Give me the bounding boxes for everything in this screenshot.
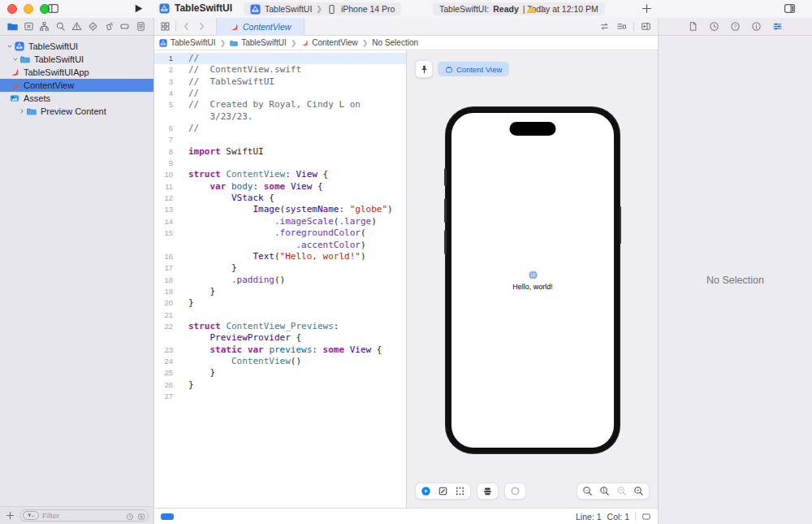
debug-navigator-icon[interactable]	[104, 21, 114, 32]
breadcrumb-item-contentview[interactable]: ContentView	[300, 38, 358, 47]
zoom-100-button[interactable]: 1	[599, 486, 610, 497]
code-line-26[interactable]: 26}	[154, 379, 406, 391]
toggle-right-inspector-button[interactable]	[784, 2, 796, 15]
svg-text:=: =	[620, 488, 622, 493]
pin-icon	[419, 63, 430, 75]
filter-input[interactable]: Filter	[19, 509, 149, 522]
code-line-9[interactable]: 9	[154, 158, 406, 169]
sidebar-item-preview-content[interactable]: Preview Content	[0, 105, 153, 118]
a-circle-icon	[751, 21, 762, 32]
history-inspector-tab[interactable]	[709, 21, 719, 32]
tab-contentview[interactable]: ContentView	[216, 18, 304, 36]
code-line-1[interactable]: 1//	[154, 53, 406, 64]
activity-status[interactable]: TableSwiftUI: Ready | Today at 12:10 PM	[433, 2, 605, 15]
code-line-17[interactable]: 17 }	[154, 262, 406, 274]
code-line-16[interactable]: 16 Text("Hello, world!")	[154, 251, 406, 262]
code-line-4[interactable]: 4//	[154, 88, 406, 99]
code-line-23[interactable]: 23 static var previews: some View {	[154, 344, 406, 356]
code-text: PreviewProvider {	[179, 332, 301, 344]
code-line-20[interactable]: 20}	[154, 297, 406, 309]
code-line-18[interactable]: 18 .padding()	[154, 275, 406, 286]
code-line-wrap[interactable]: 3/23/23.	[154, 111, 406, 123]
adjust-editor-options-button[interactable]	[616, 21, 627, 32]
code-line-24[interactable]: 24 ContentView()	[154, 356, 406, 367]
variants-mode-button[interactable]	[455, 486, 465, 497]
forward-button[interactable]	[197, 21, 207, 32]
add-editor-button[interactable]	[641, 21, 651, 32]
editor-status-indicator[interactable]	[161, 513, 174, 520]
project-navigator-icon[interactable]	[7, 21, 18, 32]
code-line-8[interactable]: 8import SwiftUI	[154, 146, 406, 158]
zoom-fit-button[interactable]: =	[616, 486, 627, 497]
tab-overview-button[interactable]	[160, 21, 171, 32]
breadcrumb-label: TableSwiftUI	[241, 38, 287, 47]
warning-count-badge[interactable]: 1	[526, 3, 545, 15]
attributes-inspector-tab[interactable]	[772, 21, 783, 32]
code-line-27[interactable]: 27	[154, 391, 406, 402]
source-code-editor[interactable]: 1//2// ContentView.swift3// TableSwiftUI…	[154, 50, 406, 508]
preview-canvas: Content View Hello, world!	[406, 50, 658, 508]
code-line-15[interactable]: 15 .foregroundColor(	[154, 227, 406, 239]
toggle-left-sidebar-button[interactable]	[47, 2, 59, 15]
source-control-navigator-icon[interactable]	[24, 21, 34, 32]
test-navigator-icon[interactable]	[88, 21, 98, 32]
quick-help-inspector-tab[interactable]: ?	[730, 21, 741, 32]
breadcrumb-item-tableswiftui[interactable]: TableSwiftUI	[159, 38, 216, 47]
find-navigator-icon[interactable]	[55, 21, 66, 32]
add-file-button[interactable]	[5, 510, 15, 522]
code-line-14[interactable]: 14 .imageScale(.large)	[154, 216, 406, 227]
code-line-13[interactable]: 13 Image(systemName: "globe")	[154, 204, 406, 215]
source-control-filter-button[interactable]	[137, 510, 145, 520]
breadcrumb-item-no-selection[interactable]: No Selection	[372, 38, 418, 47]
code-line-21[interactable]: 21	[154, 310, 406, 321]
sidebar-item-tableswiftui[interactable]: TableSwiftUI	[0, 53, 153, 66]
pin-preview-button[interactable]	[415, 60, 433, 78]
accessibility-inspector-tab[interactable]	[751, 21, 762, 32]
code-line-11[interactable]: 11 var body: some View {	[154, 181, 406, 193]
close-window-button[interactable]	[7, 4, 17, 14]
symbol-navigator-icon[interactable]	[39, 21, 50, 32]
sidebar-item-tableswiftuiapp[interactable]: TableSwiftUIApp	[0, 66, 153, 79]
minimize-window-button[interactable]	[24, 4, 33, 14]
preview-screen[interactable]: Hello, world!	[451, 113, 614, 448]
code-review-button[interactable]	[599, 21, 610, 32]
code-line-19[interactable]: 19 }	[154, 286, 406, 297]
run-button[interactable]	[132, 2, 145, 15]
sidebar-item-assets[interactable]: Assets	[0, 92, 153, 105]
disclosure-open-icon[interactable]	[11, 56, 20, 63]
recent-files-filter-button[interactable]	[126, 510, 134, 520]
scheme-selector[interactable]: TableSwiftUI ❯ iPhone 14 Pro	[244, 2, 401, 15]
code-line-12[interactable]: 12 VStack {	[154, 193, 406, 204]
code-line-5[interactable]: 5// Created by Royal, Cindy L on	[154, 99, 406, 110]
preview-content-view-chip[interactable]: Content View	[438, 62, 509, 76]
code-line-22[interactable]: 22struct ContentView_Previews:	[154, 321, 406, 332]
file-inspector-tab[interactable]	[688, 21, 698, 32]
code-line-wrap[interactable]: PreviewProvider {	[154, 332, 406, 344]
live-preview-button[interactable]	[421, 486, 431, 497]
code-line-7[interactable]: 7	[154, 134, 406, 145]
code-text: //	[179, 123, 199, 134]
code-line-25[interactable]: 25 }	[154, 367, 406, 379]
code-line-3[interactable]: 3// TableSwiftUI	[154, 76, 406, 88]
report-navigator-icon[interactable]	[136, 21, 146, 32]
device-settings-button[interactable]	[482, 486, 493, 497]
color-scheme-button[interactable]	[510, 486, 520, 497]
code-line-10[interactable]: 10struct ContentView: View {	[154, 169, 406, 180]
sidebar-item-contentview[interactable]: ContentView	[0, 79, 153, 92]
disclosure-open-icon[interactable]	[5, 43, 15, 50]
sidebar-item-tableswiftui[interactable]: TableSwiftUI	[0, 40, 153, 53]
code-line-wrap[interactable]: .accentColor)	[154, 240, 406, 251]
breadcrumb-item-tableswiftui[interactable]: TableSwiftUI	[230, 38, 287, 47]
zoom-in-button[interactable]: +	[633, 486, 644, 497]
add-tab-button[interactable]	[641, 2, 653, 15]
disclosure-closed-icon[interactable]	[17, 108, 27, 115]
code-line-2[interactable]: 2// ContentView.swift	[154, 64, 406, 76]
issue-navigator-icon[interactable]	[71, 21, 82, 32]
zoom-out-button[interactable]: −	[582, 486, 593, 497]
filter-options-button[interactable]	[23, 511, 39, 520]
code-line-6[interactable]: 6//	[154, 123, 406, 134]
selectable-mode-button[interactable]	[438, 486, 448, 497]
back-button[interactable]	[181, 21, 192, 32]
breakpoint-navigator-icon[interactable]	[119, 21, 130, 32]
editor-display-options-button[interactable]	[641, 511, 651, 522]
